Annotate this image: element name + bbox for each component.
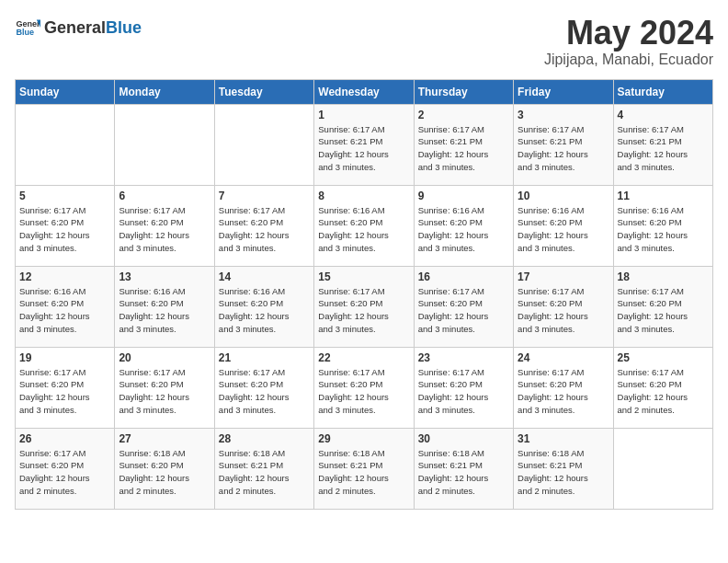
day-number: 2	[418, 109, 509, 121]
calendar-cell: 3Sunrise: 6:17 AM Sunset: 6:21 PM Daylig…	[514, 104, 613, 185]
calendar-cell: 28Sunrise: 6:18 AM Sunset: 6:21 PM Dayli…	[214, 428, 313, 509]
svg-text:General: General	[16, 19, 40, 29]
day-number: 31	[518, 432, 609, 445]
day-info: Sunrise: 6:17 AM Sunset: 6:20 PM Dayligh…	[119, 204, 210, 255]
calendar-cell: 11Sunrise: 6:16 AM Sunset: 6:20 PM Dayli…	[613, 185, 712, 266]
day-info: Sunrise: 6:16 AM Sunset: 6:20 PM Dayligh…	[518, 204, 609, 255]
header-day-friday: Friday	[514, 79, 613, 104]
day-info: Sunrise: 6:16 AM Sunset: 6:20 PM Dayligh…	[219, 285, 310, 336]
calendar-week-4: 19Sunrise: 6:17 AM Sunset: 6:20 PM Dayli…	[16, 347, 713, 428]
day-number: 1	[318, 109, 409, 121]
day-info: Sunrise: 6:17 AM Sunset: 6:20 PM Dayligh…	[518, 285, 609, 336]
calendar-cell: 21Sunrise: 6:17 AM Sunset: 6:20 PM Dayli…	[214, 347, 313, 428]
day-info: Sunrise: 6:17 AM Sunset: 6:20 PM Dayligh…	[618, 285, 709, 336]
calendar-header-row: SundayMondayTuesdayWednesdayThursdayFrid…	[16, 79, 713, 104]
calendar-cell: 8Sunrise: 6:16 AM Sunset: 6:20 PM Daylig…	[314, 185, 414, 266]
header-day-wednesday: Wednesday	[314, 79, 414, 104]
logo-icon: General Blue	[15, 15, 40, 40]
day-number: 26	[19, 432, 110, 445]
day-number: 18	[618, 270, 709, 283]
calendar-cell: 22Sunrise: 6:17 AM Sunset: 6:20 PM Dayli…	[314, 347, 414, 428]
day-info: Sunrise: 6:16 AM Sunset: 6:20 PM Dayligh…	[19, 285, 110, 336]
calendar-cell: 18Sunrise: 6:17 AM Sunset: 6:20 PM Dayli…	[613, 266, 712, 347]
day-info: Sunrise: 6:16 AM Sunset: 6:20 PM Dayligh…	[418, 204, 509, 255]
day-number: 7	[219, 190, 310, 202]
day-number: 27	[119, 432, 210, 445]
day-number: 30	[418, 432, 509, 445]
day-info: Sunrise: 6:17 AM Sunset: 6:20 PM Dayligh…	[618, 366, 709, 417]
calendar-cell: 2Sunrise: 6:17 AM Sunset: 6:21 PM Daylig…	[414, 104, 513, 185]
day-info: Sunrise: 6:18 AM Sunset: 6:21 PM Dayligh…	[518, 447, 609, 498]
header-day-monday: Monday	[115, 79, 214, 104]
calendar-cell: 30Sunrise: 6:18 AM Sunset: 6:21 PM Dayli…	[414, 428, 513, 509]
day-info: Sunrise: 6:17 AM Sunset: 6:20 PM Dayligh…	[219, 366, 310, 417]
day-info: Sunrise: 6:17 AM Sunset: 6:20 PM Dayligh…	[19, 447, 110, 498]
day-info: Sunrise: 6:17 AM Sunset: 6:20 PM Dayligh…	[318, 285, 409, 336]
day-number: 19	[19, 351, 110, 364]
day-number: 25	[618, 351, 709, 364]
day-info: Sunrise: 6:17 AM Sunset: 6:20 PM Dayligh…	[518, 366, 609, 417]
day-info: Sunrise: 6:18 AM Sunset: 6:21 PM Dayligh…	[219, 447, 310, 498]
calendar-cell: 17Sunrise: 6:17 AM Sunset: 6:20 PM Dayli…	[514, 266, 613, 347]
logo: General Blue General Blue	[15, 15, 142, 40]
calendar-table: SundayMondayTuesdayWednesdayThursdayFrid…	[15, 79, 713, 510]
day-number: 13	[119, 270, 210, 283]
day-number: 10	[518, 190, 609, 202]
day-number: 16	[418, 270, 509, 283]
calendar-cell: 31Sunrise: 6:18 AM Sunset: 6:21 PM Dayli…	[514, 428, 613, 509]
day-info: Sunrise: 6:16 AM Sunset: 6:20 PM Dayligh…	[119, 285, 210, 336]
calendar-cell: 6Sunrise: 6:17 AM Sunset: 6:20 PM Daylig…	[115, 185, 214, 266]
calendar-week-2: 5Sunrise: 6:17 AM Sunset: 6:20 PM Daylig…	[16, 185, 713, 266]
day-info: Sunrise: 6:17 AM Sunset: 6:21 PM Dayligh…	[418, 123, 509, 174]
day-info: Sunrise: 6:16 AM Sunset: 6:20 PM Dayligh…	[618, 204, 709, 255]
calendar-week-5: 26Sunrise: 6:17 AM Sunset: 6:20 PM Dayli…	[16, 428, 713, 509]
calendar-cell: 25Sunrise: 6:17 AM Sunset: 6:20 PM Dayli…	[613, 347, 712, 428]
calendar-week-1: 1Sunrise: 6:17 AM Sunset: 6:21 PM Daylig…	[16, 104, 713, 185]
day-info: Sunrise: 6:17 AM Sunset: 6:21 PM Dayligh…	[318, 123, 409, 174]
page-header: General Blue General Blue May 2024 Jipij…	[15, 15, 713, 68]
day-number: 22	[318, 351, 409, 364]
calendar-cell: 26Sunrise: 6:17 AM Sunset: 6:20 PM Dayli…	[16, 428, 115, 509]
calendar-cell: 4Sunrise: 6:17 AM Sunset: 6:21 PM Daylig…	[613, 104, 712, 185]
day-info: Sunrise: 6:16 AM Sunset: 6:20 PM Dayligh…	[318, 204, 409, 255]
day-number: 17	[518, 270, 609, 283]
calendar-cell: 1Sunrise: 6:17 AM Sunset: 6:21 PM Daylig…	[314, 104, 414, 185]
calendar-cell: 24Sunrise: 6:17 AM Sunset: 6:20 PM Dayli…	[514, 347, 613, 428]
day-number: 23	[418, 351, 509, 364]
header-day-thursday: Thursday	[414, 79, 513, 104]
day-number: 11	[618, 190, 709, 202]
day-info: Sunrise: 6:18 AM Sunset: 6:21 PM Dayligh…	[318, 447, 409, 498]
day-number: 24	[518, 351, 609, 364]
day-number: 12	[19, 270, 110, 283]
calendar-cell: 7Sunrise: 6:17 AM Sunset: 6:20 PM Daylig…	[214, 185, 313, 266]
calendar-cell	[115, 104, 214, 185]
day-number: 28	[219, 432, 310, 445]
calendar-cell: 29Sunrise: 6:18 AM Sunset: 6:21 PM Dayli…	[314, 428, 414, 509]
day-info: Sunrise: 6:18 AM Sunset: 6:21 PM Dayligh…	[418, 447, 509, 498]
day-info: Sunrise: 6:17 AM Sunset: 6:21 PM Dayligh…	[618, 123, 709, 174]
calendar-cell: 19Sunrise: 6:17 AM Sunset: 6:20 PM Dayli…	[16, 347, 115, 428]
calendar-cell: 5Sunrise: 6:17 AM Sunset: 6:20 PM Daylig…	[16, 185, 115, 266]
header-day-tuesday: Tuesday	[214, 79, 313, 104]
day-info: Sunrise: 6:17 AM Sunset: 6:20 PM Dayligh…	[418, 366, 509, 417]
day-info: Sunrise: 6:18 AM Sunset: 6:20 PM Dayligh…	[119, 447, 210, 498]
day-number: 29	[318, 432, 409, 445]
day-number: 3	[518, 109, 609, 121]
calendar-cell: 9Sunrise: 6:16 AM Sunset: 6:20 PM Daylig…	[414, 185, 513, 266]
day-number: 21	[219, 351, 310, 364]
logo-blue-text: Blue	[106, 18, 142, 38]
calendar-cell: 16Sunrise: 6:17 AM Sunset: 6:20 PM Dayli…	[414, 266, 513, 347]
day-info: Sunrise: 6:17 AM Sunset: 6:20 PM Dayligh…	[19, 366, 110, 417]
calendar-body: 1Sunrise: 6:17 AM Sunset: 6:21 PM Daylig…	[16, 104, 713, 509]
calendar-cell: 10Sunrise: 6:16 AM Sunset: 6:20 PM Dayli…	[514, 185, 613, 266]
day-number: 15	[318, 270, 409, 283]
day-info: Sunrise: 6:17 AM Sunset: 6:20 PM Dayligh…	[418, 285, 509, 336]
page-title: May 2024	[544, 15, 713, 52]
calendar-cell: 27Sunrise: 6:18 AM Sunset: 6:20 PM Dayli…	[115, 428, 214, 509]
calendar-cell: 12Sunrise: 6:16 AM Sunset: 6:20 PM Dayli…	[16, 266, 115, 347]
calendar-cell	[16, 104, 115, 185]
calendar-cell: 15Sunrise: 6:17 AM Sunset: 6:20 PM Dayli…	[314, 266, 414, 347]
calendar-cell: 20Sunrise: 6:17 AM Sunset: 6:20 PM Dayli…	[115, 347, 214, 428]
svg-text:Blue: Blue	[16, 28, 34, 37]
day-number: 6	[119, 190, 210, 202]
